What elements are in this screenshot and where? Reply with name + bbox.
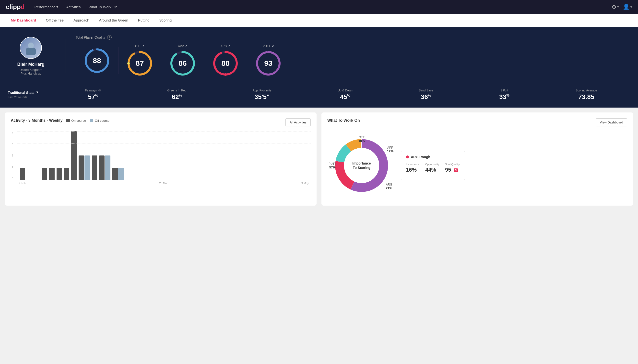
svg-point-0 [28, 42, 34, 48]
tab-approach[interactable]: Approach [69, 14, 94, 28]
user-chevron-icon: ▾ [630, 5, 632, 9]
activity-card-title: Activity - 3 Months - Weekly [11, 118, 62, 123]
tab-scoring[interactable]: Scoring [154, 14, 176, 28]
player-handicap: Plus Handicap [21, 72, 41, 75]
putt-arrow-icon: ↗ [272, 44, 274, 48]
plus-circle-icon: ⊕ [612, 4, 616, 10]
avatar [20, 37, 42, 59]
tab-around-the-green[interactable]: Around the Green [94, 14, 133, 28]
bar-on-course [64, 168, 69, 180]
quality-title: Total Player Quality ? [76, 35, 630, 40]
donut-center-text: ImportanceTo Scoring [352, 161, 371, 170]
ott-donut-label: OTT 10% [358, 136, 365, 143]
trad-help-icon[interactable]: ? [36, 91, 38, 94]
bar-group-7 [64, 168, 69, 180]
logo-clip: clipp [6, 3, 21, 10]
arg-rough-title: ARG Rough [406, 155, 460, 159]
app-logo[interactable]: clippd [6, 3, 25, 11]
flag-icon: ⚑ [454, 168, 458, 172]
stat-scoring-average: Scoring Average 73.85 [576, 89, 597, 101]
fairways-hit-value: 57% [88, 93, 98, 101]
user-menu-button[interactable]: 👤 ▾ [623, 4, 632, 10]
putt-score-ring: 93 [255, 50, 282, 77]
bar-group-11 [99, 156, 110, 180]
nav-performance[interactable]: Performance ▾ [35, 5, 59, 9]
what-to-work-on-header: What To Work On View Dashboard [327, 118, 627, 126]
stat-items: Fairways Hit 57% Greens In Reg 62% App. … [52, 89, 630, 101]
scores-row: 88 OTT ↗ 87 [76, 44, 630, 77]
help-icon[interactable]: ? [107, 35, 112, 40]
player-photo-icon [24, 40, 38, 55]
bar-on-course [49, 168, 55, 180]
bar-group-5 [49, 168, 55, 180]
app-score-value: 86 [178, 59, 186, 68]
tab-my-dashboard[interactable]: My Dashboard [6, 14, 41, 28]
vertical-divider [66, 39, 66, 73]
arg-arrow-icon: ↗ [228, 44, 230, 48]
tab-off-the-tee[interactable]: Off the Tee [41, 14, 69, 28]
stat-app-proximity: App. Proximity 35'5" [253, 89, 272, 101]
y-axis-labels: 4 3 2 1 0 [12, 131, 13, 180]
add-button[interactable]: ⊕ ▾ [612, 4, 619, 10]
bar-group-6 [57, 168, 62, 180]
stat-up-down: Up & Down 45% [338, 89, 353, 101]
bar-group-10 [92, 156, 97, 180]
bar-on-course [20, 168, 25, 180]
bar-group-8 [71, 131, 77, 180]
tab-putting[interactable]: Putting [133, 14, 154, 28]
nav-activities[interactable]: Activities [66, 5, 81, 9]
bar-on-course [57, 168, 62, 180]
shot-quality-value: 95 ⚑ [445, 167, 460, 173]
bar-group-9 [79, 156, 90, 180]
sand-save-value: 36% [421, 93, 431, 101]
sub-nav: My Dashboard Off the Tee Approach Around… [0, 14, 638, 28]
quality-section: Total Player Quality ? 88 [70, 35, 630, 77]
opportunity-metric: Opportunity 44% [425, 163, 439, 173]
gridline-2 [17, 156, 311, 156]
greens-in-reg-value: 62% [172, 93, 182, 101]
ott-score-ring: 87 [126, 50, 153, 77]
putt-donut-label: PUTT 57% [329, 162, 336, 169]
bar-on-course [79, 156, 84, 180]
bar-group-1 [20, 168, 25, 180]
shot-quality-metric: Shot Quality 95 ⚑ [445, 163, 460, 173]
bar-on-course [99, 156, 105, 180]
all-activities-button[interactable]: All Activities [285, 118, 311, 126]
activity-legend: On course Off course [66, 119, 109, 122]
scoring-average-value: 73.85 [578, 93, 594, 101]
bar-off-course [105, 156, 110, 180]
score-total: 88 [76, 47, 118, 74]
one-putt-value: 33% [499, 93, 509, 101]
bar-off-course [118, 168, 124, 180]
bar-group-12 [112, 168, 124, 180]
arg-label: ARG ↗ [221, 44, 230, 48]
nav-what-to-work-on[interactable]: What To Work On [89, 5, 118, 9]
score-app: APP ↗ 86 [161, 44, 204, 77]
importance-metric: Importance 16% [406, 163, 419, 173]
score-ott: OTT ↗ 87 [118, 44, 161, 77]
putt-label: PUTT ↗ [263, 44, 274, 48]
bar-chart-wrap: 4 3 2 1 0 [17, 131, 311, 184]
arg-score-ring: 88 [212, 50, 239, 77]
score-arg: ARG ↗ 88 [204, 44, 247, 77]
arg-rough-info-card: ARG Rough Importance 16% Opportunity 44%… [401, 151, 465, 180]
legend-off-course: Off course [90, 119, 109, 122]
nav-right: ⊕ ▾ 👤 ▾ [612, 4, 632, 10]
svg-point-10 [181, 51, 184, 53]
arg-rough-dot [406, 156, 409, 158]
arg-donut-label: ARG 21% [386, 183, 392, 190]
stat-greens-in-reg: Greens In Reg 62% [167, 89, 186, 101]
player-name: Blair McHarg [17, 62, 44, 67]
what-to-work-on-content: ImportanceTo Scoring OTT 10% APP 12% ARG… [327, 131, 627, 200]
activity-card: Activity - 3 Months - Weekly On course O… [5, 112, 317, 206]
trad-stats-title: Traditional Stats ? [8, 91, 52, 94]
app-donut-label: APP 12% [387, 146, 393, 153]
ott-score-value: 87 [136, 59, 144, 68]
top-nav: clippd Performance ▾ Activities What To … [0, 0, 638, 14]
avatar-image [20, 38, 41, 58]
svg-point-13 [224, 73, 227, 76]
view-dashboard-button[interactable]: View Dashboard [596, 118, 627, 126]
svg-point-7 [127, 62, 130, 64]
bar-on-course [112, 168, 118, 180]
hero-section: Blair McHarg United Kingdom Plus Handica… [0, 28, 638, 108]
